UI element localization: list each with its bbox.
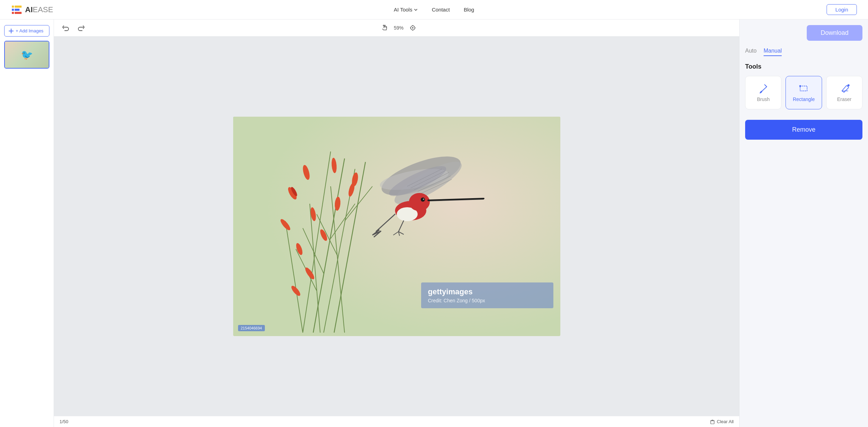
- svg-point-51: [421, 197, 425, 202]
- download-button[interactable]: Download: [807, 25, 862, 41]
- undo-icon: [62, 24, 69, 31]
- canvas-image[interactable]: gettyimages Credit: Chen Zong / 500px 21…: [233, 117, 560, 336]
- nav-blog[interactable]: Blog: [464, 7, 474, 13]
- image-thumbnail-1[interactable]: 🐦: [4, 41, 49, 69]
- trash-icon: [710, 419, 715, 424]
- getty-credit: Credit: Chen Zong / 500px: [428, 298, 546, 303]
- svg-point-7: [412, 27, 413, 29]
- svg-rect-64: [800, 86, 807, 91]
- nav-contact[interactable]: Contact: [432, 7, 450, 13]
- rectangle-icon: [798, 83, 809, 94]
- page-count: 1/50: [60, 419, 68, 424]
- tab-manual[interactable]: Manual: [764, 48, 782, 56]
- tools-label: Tools: [745, 63, 862, 70]
- toolbar-zoom: 59%: [380, 23, 417, 33]
- bottom-bar: 1/50 Clear All: [54, 416, 739, 427]
- undo-button[interactable]: [61, 23, 71, 33]
- pan-icon: [381, 24, 388, 31]
- tools-grid: Brush Rectangle E: [745, 76, 862, 109]
- header: AIEASE AI Tools Contact Blog Login: [0, 0, 868, 20]
- right-panel-download-area: Download: [740, 20, 868, 41]
- login-button[interactable]: Login: [827, 4, 857, 15]
- chevron-down-icon: [414, 8, 418, 12]
- brush-label: Brush: [757, 96, 770, 102]
- brush-icon: [758, 83, 768, 94]
- svg-rect-3: [15, 6, 22, 8]
- thumbnail-image: 🐦: [5, 41, 49, 68]
- main-layout: + Add Images 🐦 59%: [0, 20, 868, 427]
- nav-ai-tools[interactable]: AI Tools: [394, 7, 418, 13]
- svg-rect-5: [15, 12, 22, 14]
- tab-auto[interactable]: Auto: [745, 48, 757, 56]
- header-actions: Login: [827, 4, 857, 15]
- pan-tool-button[interactable]: [380, 23, 389, 33]
- svg-point-67: [847, 84, 850, 86]
- svg-rect-0: [12, 6, 14, 8]
- right-panel-body: Auto Manual Tools Brush: [740, 41, 868, 427]
- zoom-level: 59%: [394, 25, 403, 31]
- tool-rectangle[interactable]: Rectangle: [786, 76, 822, 109]
- main-nav: AI Tools Contact Blog: [394, 7, 474, 13]
- mode-tabs: Auto Manual: [745, 48, 862, 56]
- right-panel: Download Auto Manual Tools Brush: [739, 20, 868, 427]
- svg-rect-1: [12, 9, 14, 11]
- fit-view-button[interactable]: [408, 23, 418, 33]
- svg-rect-58: [711, 421, 714, 424]
- canvas-wrapper[interactable]: gettyimages Credit: Chen Zong / 500px 21…: [54, 37, 739, 416]
- toolbar-history: [61, 23, 86, 33]
- eraser-label: Eraser: [837, 96, 851, 102]
- logo-icon: [11, 4, 22, 15]
- clear-all-button[interactable]: Clear All: [710, 419, 734, 424]
- getty-watermark: gettyimages Credit: Chen Zong / 500px: [421, 282, 553, 308]
- tool-eraser[interactable]: Eraser: [826, 76, 862, 109]
- target-icon: [409, 24, 416, 31]
- canvas-toolbar: 59%: [54, 20, 739, 37]
- rectangle-label: Rectangle: [793, 96, 815, 102]
- svg-rect-2: [12, 12, 14, 14]
- logo[interactable]: AIEASE: [11, 4, 53, 15]
- logo-text: AIEASE: [25, 5, 53, 14]
- redo-icon: [78, 24, 85, 31]
- plus-icon: [9, 29, 14, 33]
- image-id-badge: 2154046694: [238, 325, 265, 331]
- remove-button[interactable]: Remove: [745, 120, 862, 140]
- tool-brush[interactable]: Brush: [745, 76, 781, 109]
- add-images-button[interactable]: + Add Images: [4, 25, 49, 37]
- svg-rect-4: [15, 9, 19, 11]
- svg-point-48: [409, 193, 430, 211]
- left-sidebar: + Add Images 🐦: [0, 20, 54, 427]
- eraser-icon: [839, 83, 850, 94]
- getty-title: gettyimages: [428, 287, 546, 296]
- redo-button[interactable]: [76, 23, 86, 33]
- svg-point-65: [799, 85, 801, 87]
- svg-point-63: [760, 92, 762, 93]
- svg-point-52: [423, 199, 424, 200]
- canvas-area: 59%: [54, 20, 739, 427]
